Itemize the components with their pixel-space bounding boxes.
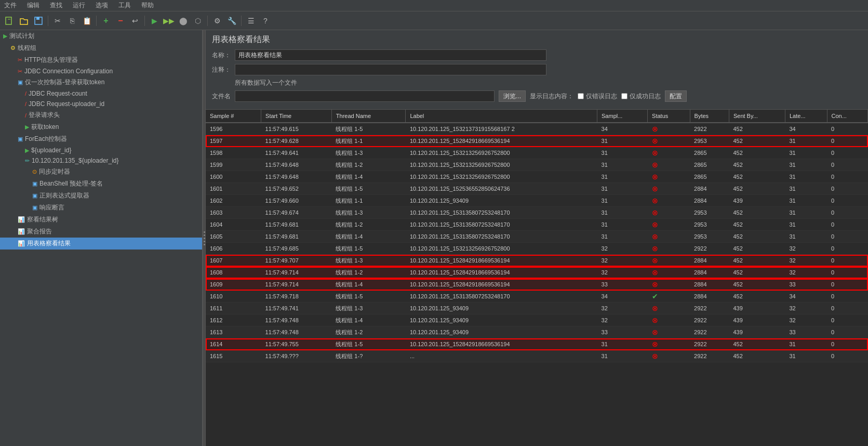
table-row[interactable]: 160911:57:49.714线程组 1-410.120.201.125_15…	[206, 279, 868, 291]
toolbar-list-btn[interactable]: ☰	[245, 15, 257, 27]
file-input[interactable]	[235, 90, 495, 102]
toolbar-remove-btn[interactable]: −	[114, 15, 127, 27]
cell-latency: 34	[785, 123, 827, 135]
cell-bytes: 2953	[690, 207, 729, 219]
toolbar-cut-btn[interactable]: ✂	[51, 15, 64, 27]
toolbar-help-btn[interactable]: ?	[259, 15, 272, 27]
menu-run[interactable]: 运行	[71, 1, 87, 10]
sidebar-item-jdbc-config[interactable]: ✂JDBC Connection Configuration	[0, 66, 202, 76]
table-row[interactable]: 161511:57:49.???线程组 1-?...31⊗2922452310	[206, 350, 868, 362]
table-row[interactable]: 159811:57:49.641线程组 1-310.120.201.125_15…	[206, 147, 868, 159]
table-row[interactable]: 161411:57:49.755线程组 1-510.120.201.125_15…	[206, 338, 868, 350]
sidebar-label-assert: 响应断言	[39, 203, 64, 212]
toolbar-stop-btn[interactable]: ⬤	[177, 15, 190, 27]
cell-connect: 0	[827, 147, 868, 159]
cell-sent-bytes: 452	[729, 291, 785, 303]
cell-status: ⊗	[648, 135, 690, 147]
cell-label: 10.120.201.125_153135807253248170	[406, 291, 597, 303]
sidebar-item-http-header[interactable]: ✂HTTP信息头管理器	[0, 54, 202, 66]
cell-sample-id: 1602	[206, 195, 261, 207]
sidebar-item-sync-timer[interactable]: ⊙同步定时器	[0, 166, 202, 178]
toolbar-templates-btn[interactable]: 🔧	[225, 15, 238, 27]
table-row[interactable]: 160311:57:49.674线程组 1-310.120.201.125_15…	[206, 207, 868, 219]
sidebar-item-login-head[interactable]: /登录请求头	[0, 109, 202, 121]
sidebar-icon-table-view: 📊	[18, 240, 25, 247]
toolbar-startnopauses-btn[interactable]: ▶▶	[163, 15, 175, 27]
sidebar-item-beanshell[interactable]: ▣BeanShell 预处理-签名	[0, 178, 202, 190]
cell-sample-id: 1608	[206, 267, 261, 279]
toolbar-save-btn[interactable]	[32, 15, 45, 27]
table-row[interactable]: 161211:57:49.748线程组 1-410.120.201.125_93…	[206, 314, 868, 326]
cell-start-time: 11:57:49.648	[261, 159, 332, 171]
sidebar-icon-regex: ▣	[32, 192, 37, 199]
menu-file[interactable]: 文件	[2, 1, 19, 10]
sidebar-item-view-tree[interactable]: 📊察看结果树	[0, 214, 202, 226]
toolbar-start-btn[interactable]: ▶	[148, 15, 161, 27]
toolbar-new-btn[interactable]	[3, 15, 16, 27]
cell-latency: 32	[785, 303, 827, 314]
cell-samples: 31	[597, 183, 648, 195]
sidebar-icon-jdbc-config: ✂	[18, 68, 22, 75]
menu-find[interactable]: 查找	[48, 1, 64, 10]
comment-input[interactable]	[235, 64, 546, 75]
browse-button[interactable]: 浏览...	[499, 90, 526, 102]
sidebar-item-once-ctrl[interactable]: ▣仅一次控制器-登录获取token	[0, 76, 202, 88]
sidebar-item-regex[interactable]: ▣正则表达式提取器	[0, 190, 202, 202]
success-log-checkbox[interactable]	[621, 93, 627, 99]
table-row[interactable]: 160811:57:49.714线程组 1-210.120.201.125_15…	[206, 267, 868, 279]
name-input[interactable]	[235, 49, 546, 61]
cell-sent-bytes: 452	[729, 147, 785, 159]
menu-edit[interactable]: 编辑	[25, 1, 42, 10]
cell-sent-bytes: 452	[729, 255, 785, 267]
sidebar-item-thread-group[interactable]: ⚙线程组	[0, 42, 202, 54]
col-sample: Sample #	[206, 110, 261, 123]
table-row[interactable]: 160011:57:49.648线程组 1-410.120.201.125_15…	[206, 171, 868, 183]
table-row[interactable]: 160211:57:49.660线程组 1-110.120.201.125_93…	[206, 195, 868, 207]
sidebar-label-jdbc-config: JDBC Connection Configuration	[24, 68, 113, 75]
sidebar-item-test-plan[interactable]: ▶测试计划	[0, 30, 202, 42]
error-log-checkbox[interactable]	[578, 93, 584, 99]
menu-options[interactable]: 选项	[94, 1, 110, 10]
sidebar-item-foreach-ctrl[interactable]: ▣ForEach控制器	[0, 133, 202, 145]
table-row[interactable]: 161011:57:49.718线程组 1-510.120.201.125_15…	[206, 291, 868, 303]
toolbar-remote-btn[interactable]: ⚙	[211, 15, 223, 27]
sidebar-item-assert[interactable]: ▣响应断言	[0, 202, 202, 214]
sidebar-item-aggregate[interactable]: 📊聚合报告	[0, 226, 202, 238]
table-row[interactable]: 160411:57:49.681线程组 1-210.120.201.125_15…	[206, 219, 868, 231]
table-row[interactable]: 160611:57:49.685线程组 1-510.120.201.125_15…	[206, 243, 868, 255]
toolbar-paste-btn[interactable]: 📋	[81, 15, 93, 27]
sidebar-item-get-token[interactable]: ▶获取token	[0, 121, 202, 133]
sidebar-item-jdbc-count[interactable]: /JDBC Request-count	[0, 88, 202, 99]
sidebar-item-jdbc-uploader[interactable]: /JDBC Request-uploader_id	[0, 99, 202, 109]
table-row[interactable]: 160711:57:49.707线程组 1-310.120.201.125_15…	[206, 255, 868, 267]
sidebar-item-table-view[interactable]: 📊用表格察看结果	[0, 238, 202, 250]
cell-bytes: 2884	[690, 183, 729, 195]
table-row[interactable]: 160111:57:49.652线程组 1-510.120.201.125_15…	[206, 183, 868, 195]
cell-sample-id: 1611	[206, 303, 261, 314]
menu-tools[interactable]: 工具	[116, 1, 133, 10]
table-row[interactable]: 159611:57:49.615线程组 1-510.120.201.125_15…	[206, 123, 868, 135]
menu-help[interactable]: 帮助	[139, 1, 156, 10]
toolbar-undo-btn[interactable]: ↩	[129, 15, 141, 27]
sidebar-item-uploader-item[interactable]: ▶${uploader_id}	[0, 145, 202, 155]
cell-start-time: 11:57:49.681	[261, 219, 332, 231]
toolbar-shutdown-btn[interactable]: ⬡	[192, 15, 204, 27]
cell-samples: 32	[597, 303, 648, 314]
table-row[interactable]: 161311:57:49.748线程组 1-210.120.201.125_93…	[206, 326, 868, 338]
toolbar-open-btn[interactable]	[18, 15, 30, 27]
cell-label: 10.120.201.125_93409	[406, 314, 597, 326]
cell-start-time: 11:57:49.660	[261, 195, 332, 207]
sidebar-icon-jdbc-count: /	[25, 90, 26, 97]
toolbar-copy-btn[interactable]: ⎘	[66, 15, 78, 27]
cell-thread-name: 线程组 1-3	[331, 207, 406, 219]
table-row[interactable]: 160511:57:49.681线程组 1-410.120.201.125_15…	[206, 231, 868, 243]
toolbar-add-btn[interactable]: +	[100, 15, 112, 27]
cell-thread-name: 线程组 1-4	[331, 279, 406, 291]
config-button[interactable]: 配置	[665, 90, 687, 102]
table-row[interactable]: 161111:57:49.741线程组 1-310.120.201.125_93…	[206, 303, 868, 314]
sidebar-item-uploader-req[interactable]: ✏10.120.201.135_${uploader_id}	[0, 155, 202, 166]
cell-label: 10.120.201.125_153135807253248170	[406, 207, 597, 219]
cell-thread-name: 线程组 1-?	[331, 350, 406, 362]
table-row[interactable]: 159911:57:49.648线程组 1-210.120.201.125_15…	[206, 159, 868, 171]
table-row[interactable]: 159711:57:49.628线程组 1-110.120.201.125_15…	[206, 135, 868, 147]
